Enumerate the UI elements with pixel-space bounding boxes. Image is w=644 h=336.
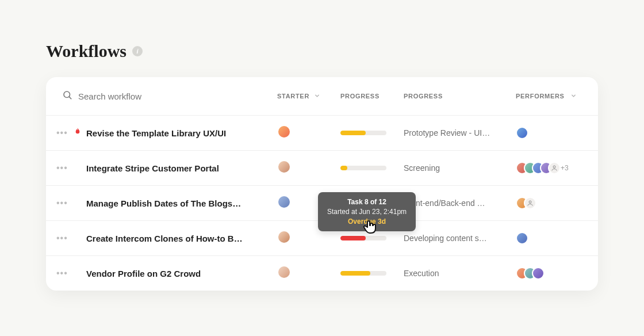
performer-placeholder-icon[interactable] bbox=[548, 162, 561, 174]
svg-line-1 bbox=[69, 97, 71, 99]
table-row[interactable]: •••Vendor Profile on G2 CrowdExecution bbox=[46, 256, 598, 291]
row-actions-icon[interactable]: ••• bbox=[56, 269, 69, 278]
progress-bar[interactable] bbox=[340, 271, 386, 276]
performers-cell bbox=[516, 197, 582, 209]
performers-cell bbox=[516, 232, 582, 245]
search-input[interactable] bbox=[78, 91, 228, 101]
starter-cell bbox=[277, 230, 340, 246]
progress-cell bbox=[340, 166, 404, 170]
workflow-title[interactable]: Integrate Stripe Customer Portal bbox=[86, 163, 277, 173]
row-actions-icon[interactable]: ••• bbox=[56, 198, 69, 208]
starter-avatar[interactable] bbox=[277, 230, 291, 244]
starter-cell bbox=[277, 125, 340, 141]
progress-cell bbox=[340, 131, 404, 135]
tooltip-line1: Task 8 of 12 bbox=[327, 197, 407, 207]
performers-cell: +3 bbox=[516, 162, 582, 174]
row-actions-icon[interactable]: ••• bbox=[56, 163, 69, 173]
starter-cell bbox=[277, 160, 340, 176]
column-performers-label: PERFORMERS bbox=[516, 93, 565, 100]
progress-status: Execution bbox=[404, 269, 516, 278]
progress-cell bbox=[340, 271, 404, 276]
table-row[interactable]: •••Create Intercom Clones of How-to B…De… bbox=[46, 221, 598, 256]
cursor-pointer-icon bbox=[361, 217, 378, 239]
page-title: Workflows bbox=[46, 41, 126, 61]
starter-avatar[interactable] bbox=[277, 125, 291, 139]
row-actions-icon[interactable]: ••• bbox=[56, 234, 69, 243]
starter-avatar[interactable] bbox=[277, 195, 291, 209]
table-row[interactable]: •••Revise the Template Library UX/UIProt… bbox=[46, 116, 598, 151]
progress-bar[interactable] bbox=[340, 131, 386, 135]
search-icon bbox=[62, 90, 72, 102]
workflow-title[interactable]: Vendor Profile on G2 Crowd bbox=[86, 269, 277, 278]
chevron-down-icon bbox=[570, 93, 577, 100]
starter-avatar[interactable] bbox=[277, 265, 291, 279]
row-actions-icon[interactable]: ••• bbox=[56, 128, 69, 138]
progress-status: Prototype Review - UI… bbox=[404, 128, 516, 138]
workflows-panel: STARTER PROGRESS PROGRESS PERFORMERS •••… bbox=[46, 77, 598, 291]
column-performers[interactable]: PERFORMERS bbox=[516, 93, 582, 100]
column-progress-bar: PROGRESS bbox=[340, 93, 404, 100]
info-icon[interactable]: i bbox=[132, 46, 143, 56]
column-starter-label: STARTER bbox=[277, 93, 309, 100]
progress-status: Front-end/Back-end … bbox=[404, 198, 516, 208]
workflow-title[interactable]: Manage Publish Dates of The Blogs… bbox=[86, 198, 277, 208]
performers-cell bbox=[516, 267, 582, 280]
starter-cell bbox=[277, 265, 340, 281]
starter-avatar[interactable] bbox=[277, 160, 291, 174]
column-starter[interactable]: STARTER bbox=[277, 93, 340, 100]
chevron-down-icon bbox=[314, 93, 320, 100]
svg-point-2 bbox=[553, 166, 555, 168]
tooltip-line2: Started at Jun 23, 2:41pm bbox=[327, 207, 407, 217]
progress-status: Screening bbox=[404, 163, 516, 173]
performer-avatar[interactable] bbox=[516, 127, 528, 139]
performer-avatar[interactable] bbox=[516, 232, 528, 245]
column-progress-status: PROGRESS bbox=[404, 93, 516, 100]
performers-cell bbox=[516, 127, 582, 139]
performers-more-count[interactable]: +3 bbox=[561, 164, 569, 172]
table-header: STARTER PROGRESS PROGRESS PERFORMERS bbox=[46, 77, 598, 116]
flame-icon bbox=[73, 127, 82, 139]
workflow-title[interactable]: Create Intercom Clones of How-to B… bbox=[86, 234, 277, 243]
table-row[interactable]: •••Integrate Stripe Customer PortalScree… bbox=[46, 151, 598, 186]
svg-point-3 bbox=[529, 201, 531, 203]
progress-status: Developing content s… bbox=[404, 234, 516, 243]
performer-avatar[interactable] bbox=[532, 267, 545, 280]
performer-placeholder-icon[interactable] bbox=[524, 197, 536, 209]
urgent-cell bbox=[69, 127, 86, 139]
workflow-title[interactable]: Revise the Template Library UX/UI bbox=[86, 128, 277, 138]
progress-bar[interactable] bbox=[340, 166, 386, 170]
